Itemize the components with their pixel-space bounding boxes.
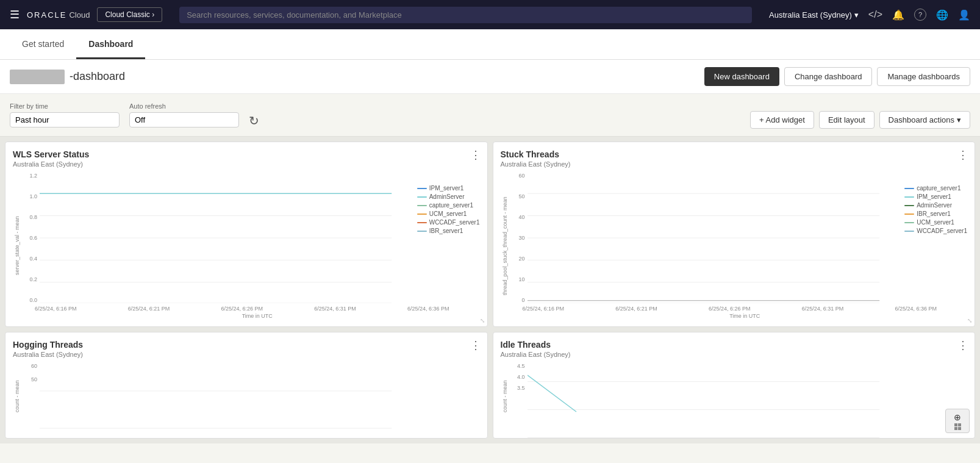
- widget-title-hogging: Hogging Threads: [13, 340, 480, 350]
- add-widget-button[interactable]: + Add widget: [750, 111, 814, 129]
- region-selector[interactable]: Australia East (Sydney) ▾: [769, 10, 859, 20]
- tab-get-started[interactable]: Get started: [10, 29, 76, 59]
- refresh-button[interactable]: ↻: [249, 113, 259, 128]
- wls-y-ticks: 1.21.00.80.60.40.20.0: [23, 173, 40, 303]
- new-dashboard-button[interactable]: New dashboard: [704, 67, 779, 86]
- widget-subtitle-idle: Australia East (Sydney): [501, 351, 968, 358]
- wls-x-axis: 6/25/24, 6:16 PM 6/25/24, 6:21 PM 6/25/2…: [23, 306, 480, 312]
- wls-chart-svg-container: IPM_server1 AdminServer capture_server1 …: [40, 173, 480, 303]
- help-icon[interactable]: ?: [914, 9, 926, 21]
- region-chevron-icon: ▾: [854, 10, 859, 20]
- code-editor-icon[interactable]: </>: [868, 9, 882, 20]
- hogging-chart-svg: [40, 363, 480, 443]
- change-dashboard-button[interactable]: Change dashboard: [784, 67, 873, 86]
- hogging-chart-svg-container: [40, 363, 480, 443]
- stuck-x-axis: 6/25/24, 6:16 PM 6/25/24, 6:21 PM 6/25/2…: [510, 306, 968, 312]
- idle-chart-svg: [528, 363, 968, 443]
- top-navigation: ☰ ORACLE Cloud Cloud Classic › Australia…: [0, 0, 980, 29]
- wls-server-status-widget: WLS Server Status Australia East (Sydney…: [5, 142, 488, 327]
- widget-menu-idle[interactable]: ⋮: [957, 339, 968, 352]
- dashboard-title-area: -dashboard: [10, 70, 125, 84]
- time-filter-group: Filter by time Past hour Past 6 hours Pa…: [10, 102, 120, 127]
- oracle-logo: ORACLE Cloud: [27, 10, 90, 20]
- sub-navigation: Get started Dashboard: [0, 29, 980, 60]
- hogging-y-ticks: 6050: [23, 363, 40, 443]
- dashboard-actions-button[interactable]: Dashboard actions ▾: [879, 111, 970, 129]
- widget-subtitle-wls: Australia East (Sydney): [13, 160, 480, 168]
- hamburger-menu-icon[interactable]: ☰: [10, 8, 20, 21]
- wls-x-label: Time in UTC: [23, 313, 480, 319]
- idle-chart-svg-container: [528, 363, 968, 443]
- hogging-y-axis-label: count - mean: [13, 363, 23, 430]
- hogging-threads-widget: Hogging Threads Australia East (Sydney) …: [5, 332, 488, 439]
- widget-action-buttons: + Add widget Edit layout Dashboard actio…: [750, 111, 970, 129]
- widget-title-stuck: Stuck Threads: [501, 149, 968, 159]
- language-icon[interactable]: 🌐: [936, 9, 948, 21]
- user-avatar-icon[interactable]: 👤: [958, 9, 970, 21]
- widget-subtitle-stuck: Australia East (Sydney): [501, 160, 968, 168]
- stuck-resize-handle[interactable]: ⤡: [967, 317, 972, 324]
- stuck-chart-legend: capture_server1 IPM_server1 AdminServer …: [904, 185, 967, 236]
- time-filter-label: Filter by time: [10, 102, 120, 110]
- tab-dashboard[interactable]: Dashboard: [76, 29, 145, 59]
- manage-dashboards-button[interactable]: Manage dashboards: [877, 67, 970, 86]
- cloud-classic-button[interactable]: Cloud Classic ›: [97, 7, 162, 22]
- stuck-chart-area: thread_pool_stuck_thread_count - mean 60…: [501, 173, 968, 319]
- dashboard-grid: WLS Server Status Australia East (Sydney…: [0, 137, 980, 443]
- stuck-x-label: Time in UTC: [510, 313, 968, 319]
- wls-chart-legend: IPM_server1 AdminServer capture_server1 …: [417, 185, 480, 236]
- dashboard-title-prefix: [10, 70, 65, 84]
- widget-overlay-icon[interactable]: ⊕: [945, 409, 970, 433]
- stuck-y-ticks: 6050403020100: [510, 173, 528, 303]
- widget-title-idle: Idle Threads: [501, 340, 968, 350]
- notifications-icon[interactable]: 🔔: [892, 9, 904, 21]
- idle-y-ticks: 4.54.03.5: [510, 363, 528, 443]
- widget-menu-wls[interactable]: ⋮: [470, 148, 481, 162]
- idle-chart-area: count - mean 4.54.03.5: [501, 363, 968, 430]
- idle-y-axis-label: count - mean: [501, 363, 510, 430]
- widget-subtitle-hogging: Australia East (Sydney): [13, 351, 480, 358]
- stuck-y-axis-label: thread_pool_stuck_thread_count - mean: [501, 173, 510, 319]
- search-bar: [179, 7, 752, 23]
- stuck-chart-svg: [528, 173, 968, 303]
- time-filter-select[interactable]: Past hour Past 6 hours Past 24 hours Pas…: [10, 112, 120, 127]
- filter-bar: Filter by time Past hour Past 6 hours Pa…: [0, 94, 980, 137]
- dashboard-header: -dashboard New dashboard Change dashboar…: [0, 60, 980, 94]
- stuck-threads-widget: Stuck Threads Australia East (Sydney) ⋮ …: [493, 142, 976, 327]
- dashboard-action-buttons: New dashboard Change dashboard Manage da…: [704, 67, 970, 86]
- time-filter-dropdown[interactable]: Past hour Past 6 hours Past 24 hours Pas…: [15, 115, 114, 124]
- refresh-filter-select[interactable]: Off 1 minute 5 minutes 15 minutes: [129, 112, 239, 127]
- wls-resize-handle[interactable]: ⤡: [480, 317, 485, 324]
- nav-right: Australia East (Sydney) ▾ </> 🔔 ? 🌐 👤: [769, 9, 970, 21]
- hogging-chart-area: count - mean 6050: [13, 363, 480, 430]
- wls-y-axis-label: server_state_val - mean: [13, 173, 23, 319]
- edit-layout-button[interactable]: Edit layout: [819, 111, 874, 129]
- oracle-text: ORACLE: [27, 10, 66, 20]
- search-input[interactable]: [179, 7, 752, 23]
- widget-menu-stuck[interactable]: ⋮: [957, 148, 968, 162]
- refresh-filter-label: Auto refresh: [129, 102, 239, 110]
- cloud-text: Cloud: [69, 10, 90, 20]
- wls-chart-svg: [40, 173, 480, 303]
- wls-chart-area: server_state_val - mean 1.21.00.80.60.40…: [13, 173, 480, 319]
- dashboard-actions-chevron-icon: ▾: [957, 115, 961, 124]
- refresh-filter-group: Auto refresh Off 1 minute 5 minutes 15 m…: [129, 102, 239, 127]
- region-label: Australia East (Sydney): [769, 10, 852, 20]
- widget-menu-hogging[interactable]: ⋮: [470, 339, 481, 352]
- refresh-filter-dropdown[interactable]: Off 1 minute 5 minutes 15 minutes: [135, 115, 234, 124]
- dashboard-title-suffix: -dashboard: [70, 70, 125, 83]
- idle-threads-widget: Idle Threads Australia East (Sydney) ⋮ c…: [493, 332, 976, 439]
- widget-title-wls: WLS Server Status: [13, 149, 480, 159]
- stuck-chart-svg-container: capture_server1 IPM_server1 AdminServer …: [528, 173, 968, 303]
